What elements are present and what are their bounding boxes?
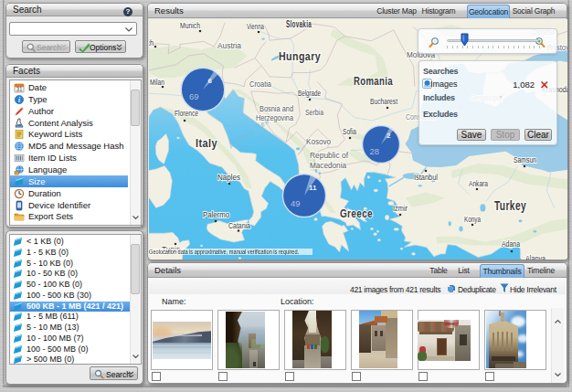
svg-text:28: 28 bbox=[370, 146, 380, 156]
svg-text:Ankara: Ankara bbox=[469, 179, 488, 188]
svg-text:2: 2 bbox=[387, 132, 391, 140]
svg-text:Vienna: Vienna bbox=[247, 22, 264, 31]
svg-text:Italy: Italy bbox=[196, 136, 217, 150]
svg-text:49: 49 bbox=[291, 198, 301, 208]
svg-text:11: 11 bbox=[309, 184, 317, 192]
svg-text:Konya: Konya bbox=[464, 215, 481, 224]
svg-text:Samsun: Samsun bbox=[514, 155, 536, 164]
svg-text:Catania: Catania bbox=[228, 221, 250, 230]
svg-text:69: 69 bbox=[189, 91, 199, 101]
svg-text:31: 31 bbox=[16, 86, 23, 92]
svg-text:Croatia: Croatia bbox=[249, 79, 272, 89]
svg-text:Turkey: Turkey bbox=[494, 198, 526, 213]
svg-text:Greece: Greece bbox=[340, 207, 373, 220]
svg-text:Republic of: Republic of bbox=[310, 150, 348, 160]
svg-text:Austria: Austria bbox=[217, 40, 242, 50]
svg-text:Macedonia: Macedonia bbox=[310, 160, 347, 170]
svg-text:Naples: Naples bbox=[217, 173, 240, 182]
svg-text:Kosovo: Kosovo bbox=[306, 136, 331, 146]
svg-text:Slovakia: Slovakia bbox=[286, 19, 312, 29]
svg-text:Alanya: Alanya bbox=[525, 254, 546, 260]
svg-text:Izmir: Izmir bbox=[393, 204, 408, 213]
svg-text:Hungary: Hungary bbox=[279, 49, 321, 63]
svg-text:Romania: Romania bbox=[354, 74, 393, 88]
svg-text:Milan: Milan bbox=[150, 78, 164, 87]
svg-text:Zurich: Zurich bbox=[149, 38, 154, 48]
svg-text:Munich: Munich bbox=[180, 21, 200, 30]
svg-text:Palermo: Palermo bbox=[203, 210, 229, 219]
svg-text:Istanbul: Istanbul bbox=[414, 173, 438, 182]
svg-text:Bucharest: Bucharest bbox=[370, 97, 397, 106]
svg-text:Sofia: Sofia bbox=[343, 127, 356, 136]
svg-text:6: 6 bbox=[208, 77, 213, 85]
svg-text:Adana: Adana bbox=[502, 239, 520, 249]
svg-text:Belgrade: Belgrade bbox=[298, 89, 321, 98]
svg-text:Serbia: Serbia bbox=[305, 107, 324, 117]
